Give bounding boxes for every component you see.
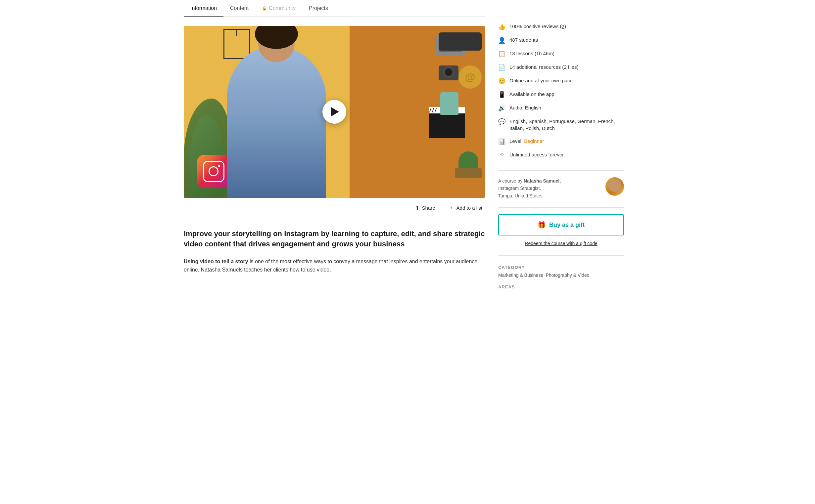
level-icon: 📊 bbox=[498, 138, 505, 145]
body-highlight: Using video to tell a story bbox=[184, 259, 248, 264]
main-content: Information Content 🔒 Community Projects bbox=[184, 0, 498, 289]
plus-icon: ＋ bbox=[449, 204, 454, 211]
reviews-link[interactable]: (2) bbox=[560, 23, 566, 29]
play-icon bbox=[331, 107, 339, 116]
lock-icon: 🔒 bbox=[262, 6, 267, 11]
subtitles-icon: 💬 bbox=[498, 118, 505, 125]
divider-2 bbox=[498, 207, 624, 208]
access-icon: ∞ bbox=[498, 151, 505, 157]
thumbsup-icon: 👍 bbox=[498, 23, 505, 30]
instructor-location: Tampa, United States. bbox=[498, 192, 561, 199]
stat-app: 📱 Available on the app bbox=[498, 88, 624, 101]
play-button[interactable] bbox=[322, 100, 346, 124]
category-tag-photography[interactable]: Photography & Video bbox=[545, 273, 589, 278]
pace-icon: 🙂 bbox=[498, 77, 505, 85]
tab-information[interactable]: Information bbox=[184, 0, 224, 17]
redeem-link[interactable]: Redeem the course with a gift code bbox=[498, 241, 624, 246]
category-tags: Marketing & Business Photography & Video bbox=[498, 273, 624, 278]
stat-subtitles: 💬 English, Spanish, Portuguese, German, … bbox=[498, 115, 624, 135]
stat-audio: 🔊 Audio: English bbox=[498, 101, 624, 115]
students-icon: 👤 bbox=[498, 37, 505, 44]
instructor-section: A course by Natasha Samuel, Instagram St… bbox=[498, 177, 624, 199]
course-body: Using video to tell a story is one of th… bbox=[184, 257, 485, 274]
lessons-icon: 📋 bbox=[498, 50, 505, 58]
stat-level: 📊 Level: Beginner bbox=[498, 135, 624, 148]
share-icon: ⬆ bbox=[415, 205, 419, 211]
divider-1 bbox=[498, 170, 624, 171]
video-player[interactable]: @ bbox=[184, 26, 485, 198]
resources-icon: 📄 bbox=[498, 64, 505, 71]
add-to-list-button[interactable]: ＋ Add to a list bbox=[446, 203, 485, 213]
sidebar: 👍 100% positive reviews (2) 👤 487 studen… bbox=[498, 0, 624, 289]
instructor-name[interactable]: Natasha Samuel, bbox=[524, 178, 561, 184]
stats-list: 👍 100% positive reviews (2) 👤 487 studen… bbox=[498, 20, 624, 161]
buy-as-gift-button[interactable]: 🎁 Buy as a gift bbox=[498, 214, 624, 235]
tabs-nav: Information Content 🔒 Community Projects bbox=[184, 0, 485, 17]
gift-icon: 🎁 bbox=[537, 221, 546, 229]
instructor-title: Instagram Strategist. bbox=[498, 185, 561, 192]
share-button[interactable]: ⬆ Share bbox=[412, 203, 438, 212]
tab-projects[interactable]: Projects bbox=[302, 0, 335, 17]
divider-3 bbox=[498, 255, 624, 256]
stat-students: 👤 487 students bbox=[498, 33, 624, 47]
instructor-info: A course by Natasha Samuel, Instagram St… bbox=[498, 177, 561, 199]
stat-reviews: 👍 100% positive reviews (2) bbox=[498, 20, 624, 33]
course-title: Improve your storytelling on Instagram b… bbox=[184, 229, 485, 249]
stat-resources: 📄 14 additional resources (2 files) bbox=[498, 61, 624, 74]
tab-content[interactable]: Content bbox=[224, 0, 255, 17]
stat-access: ∞ Unlimited access forever bbox=[498, 148, 624, 161]
avatar-image bbox=[605, 177, 624, 196]
tab-community[interactable]: 🔒 Community bbox=[255, 0, 302, 17]
instructor-avatar[interactable] bbox=[605, 177, 624, 196]
level-value: Beginner bbox=[524, 138, 544, 144]
action-bar: ⬆ Share ＋ Add to a list bbox=[184, 198, 485, 218]
areas-label: AREAS bbox=[498, 284, 624, 289]
audio-icon: 🔊 bbox=[498, 105, 505, 112]
stat-lessons: 📋 13 lessons (1h 46m) bbox=[498, 47, 624, 61]
stat-pace: 🙂 Online and at your own pace bbox=[498, 74, 624, 88]
category-tag-marketing[interactable]: Marketing & Business bbox=[498, 273, 543, 278]
category-section: CATEGORY Marketing & Business Photograph… bbox=[498, 262, 624, 289]
app-icon: 📱 bbox=[498, 91, 505, 98]
course-description: Improve your storytelling on Instagram b… bbox=[184, 218, 485, 285]
